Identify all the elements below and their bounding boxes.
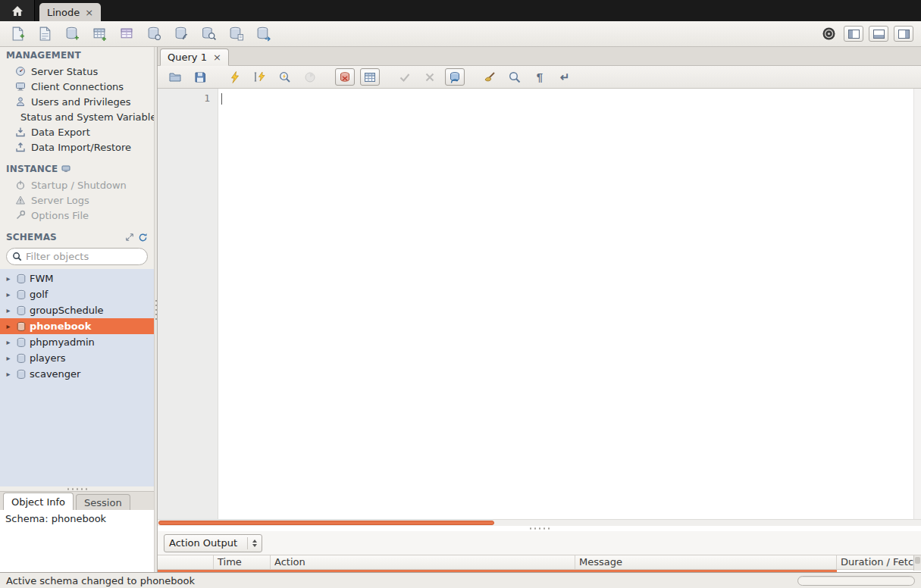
sidebar-item-server-status[interactable]: Server Status <box>0 64 154 79</box>
new-stored-procedure-button[interactable] <box>144 24 164 44</box>
schema-name: groupSchedule <box>30 305 104 316</box>
schema-name: FWM <box>30 273 54 284</box>
sidebar-item-startup-shutdown[interactable]: Startup / Shutdown <box>0 177 154 192</box>
sidebar-item-server-logs[interactable]: Server Logs <box>0 192 154 208</box>
expander-icon[interactable] <box>4 274 13 283</box>
column-status[interactable] <box>158 555 214 569</box>
output-selector-bar: Action Output <box>158 531 921 555</box>
server-logs-icon <box>15 195 26 205</box>
line-number-gutter: 1 <box>158 89 218 519</box>
schema-row-players[interactable]: players <box>0 350 154 366</box>
line-number: 1 <box>158 92 210 104</box>
spinner-arrows-icon <box>247 537 257 549</box>
execute-current-statement-button[interactable] <box>250 68 270 86</box>
commit-transaction-button[interactable] <box>395 68 415 86</box>
new-table-button[interactable] <box>89 24 109 44</box>
expander-icon[interactable] <box>4 322 13 330</box>
schema-icon <box>16 337 27 348</box>
data-import-icon <box>15 142 26 152</box>
explain-plan-button[interactable] <box>275 68 295 86</box>
rollback-transaction-button[interactable] <box>420 68 440 86</box>
execute-script-button[interactable] <box>225 68 245 86</box>
toggle-word-wrap-button[interactable] <box>555 68 575 86</box>
stop-execution-button[interactable] <box>300 68 320 86</box>
column-action[interactable]: Action <box>271 555 575 569</box>
sql-code-area[interactable] <box>218 89 913 519</box>
status-circle-button[interactable] <box>819 24 838 44</box>
expander-icon[interactable] <box>4 306 13 314</box>
schema-row-phonebook[interactable]: phonebook <box>0 318 154 334</box>
save-script-icon <box>193 70 207 84</box>
home-tab[interactable] <box>0 0 35 21</box>
toggle-invisible-characters-button[interactable] <box>530 68 550 86</box>
schema-name: players <box>30 352 66 364</box>
sidebar: MANAGEMENT Server Status Client Connecti… <box>0 47 154 572</box>
new-function-icon <box>174 26 190 42</box>
sidebar-item-data-export[interactable]: Data Export <box>0 124 154 139</box>
toggle-output-panel-button[interactable] <box>869 26 888 42</box>
expander-icon[interactable] <box>4 354 13 362</box>
tab-session[interactable]: Session <box>76 494 130 510</box>
sidebar-item-options-file[interactable]: Options File <box>0 208 154 223</box>
sidebar-item-client-connections[interactable]: Client Connections <box>0 79 154 94</box>
sidebar-item-status-variables[interactable]: Status and System Variables <box>0 109 154 124</box>
autocommit-icon <box>448 70 462 84</box>
expander-icon[interactable] <box>4 338 13 346</box>
toggle-autocommit-button[interactable] <box>445 68 465 86</box>
schema-inspector-icon <box>228 26 244 42</box>
schema-row-scavenger[interactable]: scavenger <box>0 366 154 382</box>
connection-tab[interactable]: Linode × <box>39 3 101 21</box>
editor-horizontal-scrollbar[interactable] <box>158 519 921 526</box>
schema-icon <box>16 321 27 332</box>
output-type-value: Action Output <box>169 537 237 549</box>
schema-filter-input[interactable] <box>26 251 142 262</box>
tab-object-info[interactable]: Object Info <box>3 493 74 510</box>
column-duration[interactable]: Duration / Fetch <box>837 555 921 569</box>
output-vertical-scrollbar[interactable] <box>913 555 921 571</box>
schema-row-fwm[interactable]: FWM <box>0 271 154 286</box>
editor-vertical-scrollbar[interactable] <box>913 89 921 519</box>
schema-inspector-button[interactable] <box>226 24 246 44</box>
sidebar-item-users-privileges[interactable]: Users and Privileges <box>0 94 154 109</box>
expander-icon[interactable] <box>4 370 13 378</box>
sidebar-item-label: Data Export <box>31 127 90 138</box>
refresh-schemas-icon[interactable] <box>138 233 148 242</box>
expand-schemas-icon[interactable] <box>125 233 134 242</box>
sidebar-item-data-import[interactable]: Data Import/Restore <box>0 139 154 155</box>
limit-rows-button[interactable] <box>360 68 380 86</box>
tab-query-1[interactable]: Query 1 × <box>160 48 229 66</box>
save-script-button[interactable] <box>190 68 210 86</box>
reconnect-dbms-button[interactable] <box>253 24 273 44</box>
open-sql-script-button[interactable] <box>35 24 55 44</box>
schema-row-phpmyadmin[interactable]: phpmyadmin <box>0 334 154 350</box>
schema-filter-box <box>6 248 148 265</box>
column-time[interactable]: Time <box>214 555 271 569</box>
data-export-icon <box>15 127 26 137</box>
expander-icon[interactable] <box>4 290 13 299</box>
search-table-data-button[interactable] <box>199 24 218 44</box>
find-in-script-button[interactable] <box>505 68 525 86</box>
toggle-left-panel-button[interactable] <box>844 26 863 42</box>
schema-row-groupschedule[interactable]: groupSchedule <box>0 302 154 318</box>
beautify-script-button[interactable] <box>480 68 500 86</box>
status-circle-icon <box>822 27 836 41</box>
schema-row-golf[interactable]: golf <box>0 286 154 302</box>
new-schema-button[interactable] <box>62 24 82 44</box>
column-message[interactable]: Message <box>575 555 837 569</box>
toggle-right-panel-button[interactable] <box>894 26 913 42</box>
new-function-button[interactable] <box>171 24 191 44</box>
new-query-tab-button[interactable] <box>8 24 27 44</box>
output-splitter[interactable] <box>158 526 921 531</box>
schema-icon <box>16 274 27 284</box>
connection-tab-label: Linode <box>47 7 80 18</box>
open-script-button[interactable] <box>165 68 185 86</box>
main-splitter[interactable] <box>154 47 158 572</box>
scrollbar-thumb[interactable] <box>158 521 494 525</box>
output-type-select[interactable]: Action Output <box>164 534 262 552</box>
close-icon[interactable]: × <box>213 52 221 62</box>
close-icon[interactable]: × <box>85 8 93 17</box>
toggle-stop-on-error-button[interactable] <box>335 68 355 86</box>
search-icon <box>12 252 22 261</box>
new-view-button[interactable] <box>117 24 136 44</box>
schema-filter-row <box>0 246 154 269</box>
